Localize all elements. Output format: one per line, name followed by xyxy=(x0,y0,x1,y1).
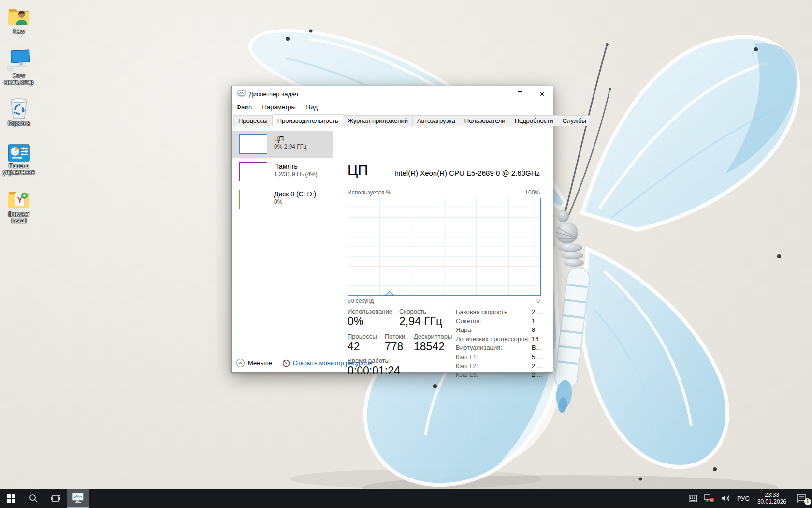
info-l3-value: 2,… xyxy=(532,371,545,380)
info-cores-value: 8 xyxy=(532,326,545,335)
tab-processes[interactable]: Процессы xyxy=(233,115,273,126)
touch-keyboard-button[interactable] xyxy=(685,489,700,508)
stat-handles-value: 18542 xyxy=(414,340,452,353)
info-row: Виртуализация:В… xyxy=(456,344,545,353)
task-view-button[interactable] xyxy=(44,489,67,508)
taskbar-app-task-manager[interactable] xyxy=(67,489,89,508)
chart-label-60s: 60 секунд xyxy=(348,298,374,304)
open-resource-monitor-link[interactable]: Открыть монитор ресурсов xyxy=(282,359,372,367)
chart-label-100: 100% xyxy=(525,189,540,196)
recycle-bin-icon xyxy=(8,97,29,119)
title-bar[interactable]: Диспетчер задач ✕ xyxy=(232,86,553,102)
stats-row-counts: Процессы 42 Потоки 778 Дескрипторы 18542 xyxy=(348,333,452,353)
desktop-icon-label: Панель управления xyxy=(0,163,38,176)
stat-usage-label: Использование xyxy=(348,308,399,315)
language-indicator[interactable]: РУС xyxy=(734,489,753,508)
task-manager-taskbar-icon xyxy=(72,492,84,504)
window-title: Диспетчер задач xyxy=(249,90,298,98)
stat-speed-label: Скорость xyxy=(399,308,442,315)
info-l3-label: Кэш L3: xyxy=(456,371,532,380)
desktop-icon-new[interactable]: New xyxy=(0,6,38,35)
sidebar-item-disk0[interactable]: Диск 0 (C: D:) 0% xyxy=(232,186,334,213)
stats-row-usage-speed: Использование 0% Скорость 2,94 ГГц xyxy=(348,308,442,328)
close-icon: ✕ xyxy=(539,91,545,97)
chart-label-usage: Используется % xyxy=(348,189,391,196)
sidebar-cpu-subtitle: 0% 2,94 ГГц xyxy=(274,143,306,150)
menu-view[interactable]: Вид xyxy=(302,102,322,113)
clock-time: 23:33 xyxy=(757,492,786,498)
info-row: Базовая скорость:2,… xyxy=(456,308,545,317)
cpu-usage-chart[interactable] xyxy=(348,198,541,296)
tab-details[interactable]: Подробности xyxy=(510,115,558,126)
info-cores-label: Ядра: xyxy=(456,326,532,335)
close-button[interactable]: ✕ xyxy=(531,86,553,102)
sidebar-item-memory[interactable]: Память 1,2/31,9 ГБ (4%) xyxy=(232,158,334,186)
speaker-icon xyxy=(721,494,730,502)
minimize-icon xyxy=(495,94,500,94)
stat-handles-label: Дескрипторы xyxy=(414,333,452,340)
search-button[interactable] xyxy=(22,489,44,508)
tab-performance[interactable]: Производительность xyxy=(273,114,343,126)
resource-monitor-icon xyxy=(282,359,290,367)
sidebar-cpu-title: ЦП xyxy=(274,135,306,143)
info-row: Ядра:8 xyxy=(456,326,545,335)
info-logical-value: 16 xyxy=(532,335,545,344)
start-button[interactable] xyxy=(0,489,22,508)
performance-sidebar: ЦП 0% 2,94 ГГц Память 1,2/31,9 ГБ (4%) Д… xyxy=(232,126,334,354)
desktop-icon-label: Этот компьютер xyxy=(0,73,38,86)
cpu-mini-graph xyxy=(239,134,267,154)
network-disconnected-icon xyxy=(704,494,714,503)
browser-folder-icon: Y xyxy=(8,189,30,210)
info-sockets-label: Сокетов: xyxy=(456,317,532,327)
desktop-icon-control-panel[interactable]: Панель управления xyxy=(0,144,38,176)
tab-services[interactable]: Службы xyxy=(558,115,591,126)
desktop-icon-this-pc[interactable]: Этот компьютер xyxy=(0,49,38,86)
sidebar-memory-subtitle: 1,2/31,9 ГБ (4%) xyxy=(274,171,318,178)
clock[interactable]: 23:33 30.01.2026 xyxy=(753,489,791,508)
info-base-speed-label: Базовая скорость: xyxy=(456,308,532,317)
footer-divider xyxy=(277,359,277,367)
desktop-icon-label: Browser Install xyxy=(0,211,38,224)
menu-options[interactable]: Параметры xyxy=(258,102,300,113)
info-logical-label: Логических процессоров: xyxy=(456,335,532,344)
menu-file[interactable]: Файл xyxy=(232,102,256,113)
footer-bar: Меньше Открыть монитор ресурсов xyxy=(232,354,553,372)
notification-badge: 1 xyxy=(804,498,811,505)
maximize-button[interactable] xyxy=(509,86,531,102)
stat-threads-label: Потоки xyxy=(385,333,414,340)
stat-processes-value: 42 xyxy=(348,340,385,353)
chart-label-0: 0 xyxy=(536,298,540,304)
info-base-speed-value: 2,… xyxy=(532,308,545,317)
sidebar-item-cpu[interactable]: ЦП 0% 2,94 ГГц xyxy=(232,131,334,158)
user-folder-icon xyxy=(8,6,30,27)
fewer-details-label: Меньше xyxy=(248,359,272,367)
minimize-button[interactable] xyxy=(487,86,508,102)
desktop-icon-label: New xyxy=(0,29,38,35)
info-row: Кэш L3:2,… xyxy=(456,371,545,380)
tab-users[interactable]: Пользователи xyxy=(460,115,510,126)
info-row: Логических процессоров:16 xyxy=(456,335,545,344)
task-manager-app-icon xyxy=(237,90,246,98)
fewer-details-button[interactable]: Меньше xyxy=(236,359,272,367)
stat-processes-label: Процессы xyxy=(348,333,385,340)
action-center-button[interactable]: 1 xyxy=(791,489,812,508)
desktop-icon-label: Корзина xyxy=(0,120,38,127)
task-view-icon xyxy=(51,494,60,503)
desktop-icon-recycle-bin[interactable]: Корзина xyxy=(0,97,38,127)
info-virtualization-value: В… xyxy=(532,344,545,353)
touch-keyboard-icon xyxy=(689,495,697,502)
network-status-button[interactable] xyxy=(700,489,718,508)
clock-date: 30.01.2026 xyxy=(757,498,786,505)
disk-mini-graph xyxy=(239,190,267,209)
volume-button[interactable] xyxy=(718,489,734,508)
chevron-up-icon xyxy=(236,359,245,367)
tab-startup[interactable]: Автозагрузка xyxy=(413,115,460,126)
tab-app-history[interactable]: Журнал приложений xyxy=(343,115,413,126)
stat-threads-value: 778 xyxy=(385,340,414,353)
stat-usage-value: 0% xyxy=(348,315,399,328)
this-pc-icon xyxy=(7,49,30,72)
desktop-icon-browser-install[interactable]: Y Browser Install xyxy=(0,189,38,224)
task-manager-window: Диспетчер задач ✕ Файл Параметры Вид Про… xyxy=(231,86,553,373)
cpu-model-name: Intel(R) Xeon(R) CPU E5-2689 0 @ 2.60GHz xyxy=(394,169,540,177)
tab-strip: Процессы Производительность Журнал прило… xyxy=(233,114,551,126)
